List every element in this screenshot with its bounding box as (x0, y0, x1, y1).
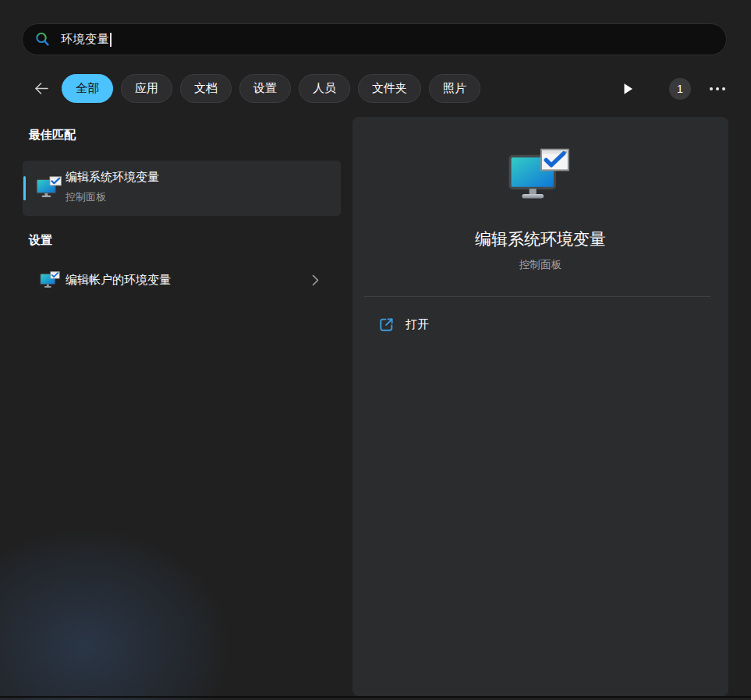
open-action-label: 打开 (406, 317, 429, 332)
tab-documents[interactable]: 文档 (180, 74, 232, 103)
best-match-header: 最佳匹配 (29, 128, 76, 143)
more-options-icon[interactable] (708, 83, 727, 95)
tab-settings[interactable]: 设置 (239, 74, 291, 103)
tab-photos[interactable]: 照片 (429, 74, 480, 103)
back-button[interactable] (31, 79, 51, 99)
system-properties-icon-large (508, 148, 572, 206)
system-properties-icon (36, 176, 63, 200)
search-input-value[interactable]: 环境变量 (61, 32, 109, 47)
tab-apps[interactable]: 应用 (121, 74, 172, 103)
best-match-title: 编辑系统环境变量 (66, 170, 159, 185)
selection-accent-bar (23, 176, 26, 200)
filter-toolbar: 全部 应用 文档 设置 人员 文件夹 照片 1 (31, 74, 727, 103)
divider (364, 296, 710, 297)
best-match-result[interactable]: 编辑系统环境变量 控制面板 (23, 161, 341, 216)
search-bar[interactable]: 环境变量 (22, 23, 727, 55)
best-match-subtitle: 控制面板 (66, 190, 106, 204)
preview-title: 编辑系统环境变量 (352, 228, 728, 250)
toolbar-right: 1 (620, 78, 727, 100)
chevron-right-icon (312, 274, 319, 286)
tab-all[interactable]: 全部 (62, 74, 113, 103)
play-icon[interactable] (620, 80, 636, 98)
tab-people[interactable]: 人员 (299, 74, 350, 103)
search-icon (34, 31, 51, 48)
settings-result-item[interactable]: 编辑帐户的环境变量 (23, 263, 341, 299)
preview-subtitle: 控制面板 (352, 258, 728, 272)
filter-tabs: 全部 应用 文档 设置 人员 文件夹 照片 (62, 74, 480, 103)
open-external-icon (378, 316, 395, 333)
open-action[interactable]: 打开 (378, 316, 429, 333)
result-count-badge[interactable]: 1 (669, 78, 691, 100)
tab-folders[interactable]: 文件夹 (358, 74, 421, 103)
settings-section-header: 设置 (29, 233, 52, 248)
settings-result-title: 编辑帐户的环境变量 (66, 273, 171, 288)
text-caret (110, 33, 112, 47)
system-properties-icon (40, 271, 61, 290)
window-bottom-edge (0, 696, 751, 698)
windows-search-flyout: 环境变量 全部 应用 文档 设置 人员 文件夹 照片 1 最佳匹配 (0, 0, 751, 700)
preview-panel: 编辑系统环境变量 控制面板 打开 (352, 117, 728, 696)
